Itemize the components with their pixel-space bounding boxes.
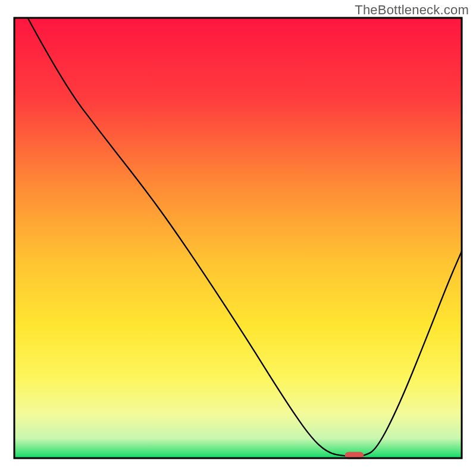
plot-background — [14, 18, 462, 458]
watermark-text: TheBottleneck.com — [355, 2, 469, 18]
chart-stage: TheBottleneck.com — [0, 0, 476, 476]
chart-svg — [0, 0, 476, 476]
